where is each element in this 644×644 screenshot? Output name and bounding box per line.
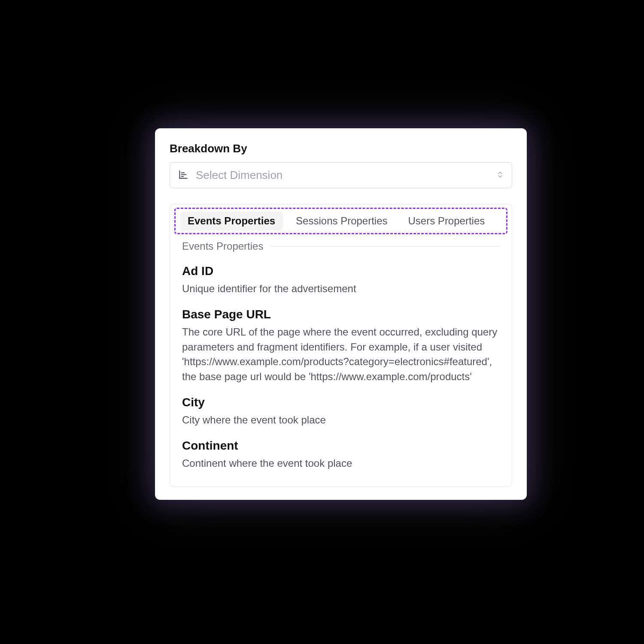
tab-events-properties[interactable]: Events Properties	[180, 212, 283, 230]
tabs-highlight-box: Events Properties Sessions Properties Us…	[170, 204, 512, 234]
property-item-city[interactable]: City City where the event took place	[182, 388, 500, 431]
section-header: Events Properties	[170, 234, 512, 257]
breakdown-panel: Breakdown By Select Dimension Events Pro…	[155, 128, 527, 500]
bar-chart-icon	[178, 169, 189, 182]
property-tabs: Events Properties Sessions Properties Us…	[174, 208, 507, 234]
property-item-ad-id[interactable]: Ad ID Unique identifier for the advertis…	[182, 257, 500, 300]
property-description: The core URL of the page where the event…	[182, 325, 500, 384]
tab-sessions-properties[interactable]: Sessions Properties	[288, 212, 395, 230]
tab-users-properties[interactable]: Users Properties	[401, 212, 493, 230]
property-name: City	[182, 396, 500, 409]
chevrons-up-down-icon	[496, 171, 504, 180]
dimension-dropdown: Events Properties Sessions Properties Us…	[170, 204, 512, 487]
panel-title: Breakdown By	[170, 142, 512, 155]
property-description: City where the event took place	[182, 413, 500, 428]
property-name: Continent	[182, 439, 500, 453]
property-list: Ad ID Unique identifier for the advertis…	[170, 257, 512, 487]
property-item-base-page-url[interactable]: Base Page URL The core URL of the page w…	[182, 300, 500, 388]
section-divider	[269, 246, 500, 247]
property-name: Base Page URL	[182, 308, 500, 321]
section-label: Events Properties	[182, 240, 263, 252]
dimension-select[interactable]: Select Dimension	[170, 162, 512, 188]
property-description: Unique identifier for the advertisement	[182, 281, 500, 296]
property-description: Continent where the event took place	[182, 456, 500, 471]
select-placeholder: Select Dimension	[196, 169, 489, 182]
property-item-continent[interactable]: Continent Continent where the event took…	[182, 431, 500, 475]
property-name: Ad ID	[182, 264, 500, 278]
